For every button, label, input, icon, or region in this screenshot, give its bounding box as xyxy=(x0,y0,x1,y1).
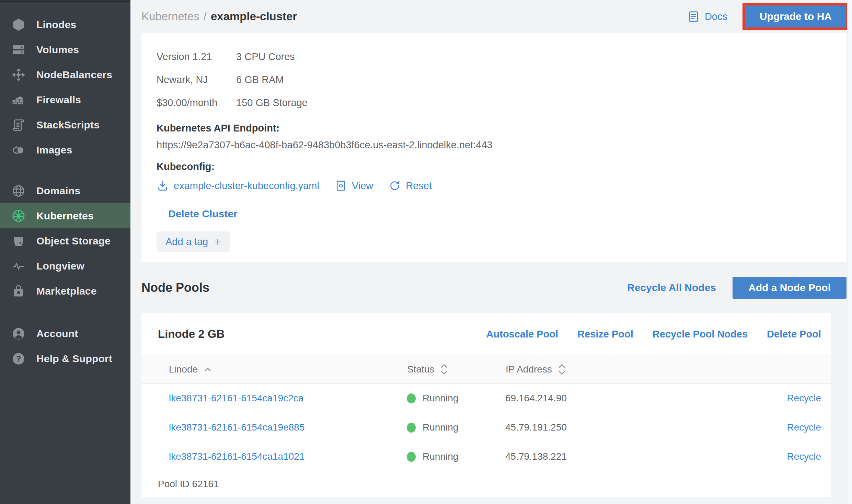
sidebar-item-account[interactable]: Account xyxy=(0,321,130,346)
node-status: Running xyxy=(423,422,458,433)
api-endpoint-label: Kubernetes API Endpoint: xyxy=(157,123,831,134)
sidebar-item-nodebalancers[interactable]: NodeBalancers xyxy=(0,62,130,87)
sidebar-item-linodes[interactable]: Linodes xyxy=(0,12,130,37)
sidebar-item-label: Firewalls xyxy=(36,94,81,106)
cluster-region: Newark, NJ xyxy=(157,74,236,85)
add-node-pool-button[interactable]: Add a Node Pool xyxy=(733,277,847,299)
sidebar-item-label: Kubernetes xyxy=(36,210,94,222)
bucket-icon xyxy=(10,233,27,249)
add-tag-button[interactable]: Add a tag + xyxy=(157,231,230,252)
pulse-icon xyxy=(10,258,27,274)
node-ip: 45.79.191.250 xyxy=(494,422,661,433)
volumes-disks-icon xyxy=(10,42,27,58)
recycle-node-link[interactable]: Recycle xyxy=(787,451,821,462)
sidebar-item-kubernetes[interactable]: Kubernetes xyxy=(0,203,130,228)
pool-title-row: Linode 2 GB Autoscale Pool Resize Pool R… xyxy=(141,313,831,355)
node-link[interactable]: lke38731-62161-6154ca19c2ca xyxy=(169,393,303,403)
api-endpoint-url: https://9e2a7307-b6ac-408f-ba62-9483b0b3… xyxy=(157,139,831,151)
linodes-hexagon-icon xyxy=(10,16,27,33)
question-circle-icon: ? xyxy=(10,351,27,367)
autoscale-pool-link[interactable]: Autoscale Pool xyxy=(486,329,559,340)
sidebar-item-stackscripts[interactable]: StackScripts xyxy=(0,112,130,137)
recycle-all-nodes-link[interactable]: Recycle All Nodes xyxy=(627,282,716,294)
docs-link[interactable]: Docs xyxy=(687,10,727,23)
resize-pool-link[interactable]: Resize Pool xyxy=(577,329,633,340)
sidebar-divider xyxy=(0,311,130,311)
sort-header-linode[interactable]: Linode xyxy=(141,355,402,383)
cluster-cpu: 3 CPU Cores xyxy=(236,51,295,62)
kubeconfig-view-link[interactable]: View xyxy=(335,180,373,192)
page-header: Kubernetes / example-cluster Docs Upgrad… xyxy=(141,0,847,33)
actions-column-header xyxy=(661,355,831,383)
node-link[interactable]: lke38731-62161-6154ca1a1021 xyxy=(169,451,304,462)
spec-row: Newark, NJ 6 GB RAM xyxy=(157,68,831,91)
kubeconfig-filename: example-cluster-kubeconfig.yaml xyxy=(174,180,319,192)
table-header-row: Linode Status IP Address xyxy=(141,355,831,384)
pool-actions: Autoscale Pool Resize Pool Recycle Pool … xyxy=(486,329,821,340)
shopping-bag-icon xyxy=(10,283,27,299)
node-link[interactable]: lke38731-62161-6154ca19e885 xyxy=(169,422,304,433)
sidebar-item-label: Account xyxy=(36,328,78,340)
delete-cluster-button[interactable]: Delete Cluster xyxy=(168,208,238,220)
recycle-node-link[interactable]: Recycle xyxy=(787,422,821,433)
plus-icon: + xyxy=(214,236,221,248)
node-pools-heading: Node Pools xyxy=(141,280,627,295)
sort-header-status[interactable]: Status xyxy=(402,355,494,383)
node-ip: 45.79.138.221 xyxy=(494,451,661,462)
kubeconfig-reset-link[interactable]: Reset xyxy=(389,180,432,192)
divider xyxy=(381,179,381,192)
svg-text:?: ? xyxy=(16,354,21,363)
sort-both-icon xyxy=(440,363,449,376)
firewall-wall-icon xyxy=(10,92,27,108)
sort-both-icon xyxy=(557,363,566,376)
code-file-icon xyxy=(335,180,347,192)
sort-ascending-icon xyxy=(203,367,212,372)
sidebar-item-help-support[interactable]: ? Help & Support xyxy=(0,346,130,371)
delete-pool-link[interactable]: Delete Pool xyxy=(767,329,821,340)
linode-column-label: Linode xyxy=(169,364,198,375)
sidebar-item-label: NodeBalancers xyxy=(36,69,112,81)
table-row: lke38731-62161-6154ca19e885 Running 45.7… xyxy=(141,413,831,442)
upgrade-to-ha-button[interactable]: Upgrade to HA xyxy=(745,5,846,27)
sidebar-item-label: Object Storage xyxy=(36,235,111,247)
breadcrumb-separator: / xyxy=(204,10,207,23)
cluster-ram: 6 GB RAM xyxy=(236,74,284,85)
sidebar-item-label: Linodes xyxy=(36,19,76,31)
recycle-pool-nodes-link[interactable]: Recycle Pool Nodes xyxy=(653,329,748,340)
cluster-price: $30.00/month xyxy=(157,97,236,108)
sidebar-item-longview[interactable]: Longview xyxy=(0,253,130,278)
breadcrumb: Kubernetes / example-cluster xyxy=(141,10,297,23)
sort-header-ip[interactable]: IP Address xyxy=(494,355,661,383)
sidebar-item-images[interactable]: Images xyxy=(0,137,130,162)
document-icon xyxy=(687,10,700,23)
sidebar-item-domains[interactable]: Domains xyxy=(0,178,130,203)
scrollbar[interactable] xyxy=(847,0,852,504)
main-content: Kubernetes / example-cluster Docs Upgrad… xyxy=(130,0,852,504)
sidebar-item-marketplace[interactable]: Marketplace xyxy=(0,278,130,303)
status-running-dot-icon xyxy=(407,423,416,433)
sidebar-item-object-storage[interactable]: Object Storage xyxy=(0,228,130,253)
sidebar-item-label: Images xyxy=(36,144,72,156)
kubeconfig-label: Kubeconfig: xyxy=(157,161,831,172)
sidebar-top-strip xyxy=(0,0,130,4)
status-running-dot-icon xyxy=(407,452,416,462)
sidebar-item-firewalls[interactable]: Firewalls xyxy=(0,87,130,112)
sidebar-item-label: StackScripts xyxy=(36,119,100,131)
reset-link-label: Reset xyxy=(406,180,432,192)
sidebar-item-volumes[interactable]: Volumes xyxy=(0,37,130,62)
sidebar-item-label: Volumes xyxy=(36,44,79,56)
table-row: lke38731-62161-6154ca1a1021 Running 45.7… xyxy=(141,442,831,471)
node-status: Running xyxy=(423,393,458,404)
status-column-label: Status xyxy=(407,364,434,375)
node-ip: 69.164.214.90 xyxy=(494,393,661,404)
sidebar-item-label: Longview xyxy=(36,260,84,272)
kubeconfig-download-link[interactable]: example-cluster-kubeconfig.yaml xyxy=(157,180,319,192)
breadcrumb-section-link[interactable]: Kubernetes xyxy=(141,10,199,23)
user-circle-icon xyxy=(10,325,27,342)
pool-name: Linode 2 GB xyxy=(158,328,486,341)
sidebar-item-label: Marketplace xyxy=(36,285,97,297)
recycle-node-link[interactable]: Recycle xyxy=(787,393,821,403)
view-link-label: View xyxy=(352,180,373,192)
table-row: lke38731-62161-6154ca19c2ca Running 69.1… xyxy=(141,384,831,413)
cluster-summary-card: Version 1.21 3 CPU Cores Newark, NJ 6 GB… xyxy=(141,33,847,262)
